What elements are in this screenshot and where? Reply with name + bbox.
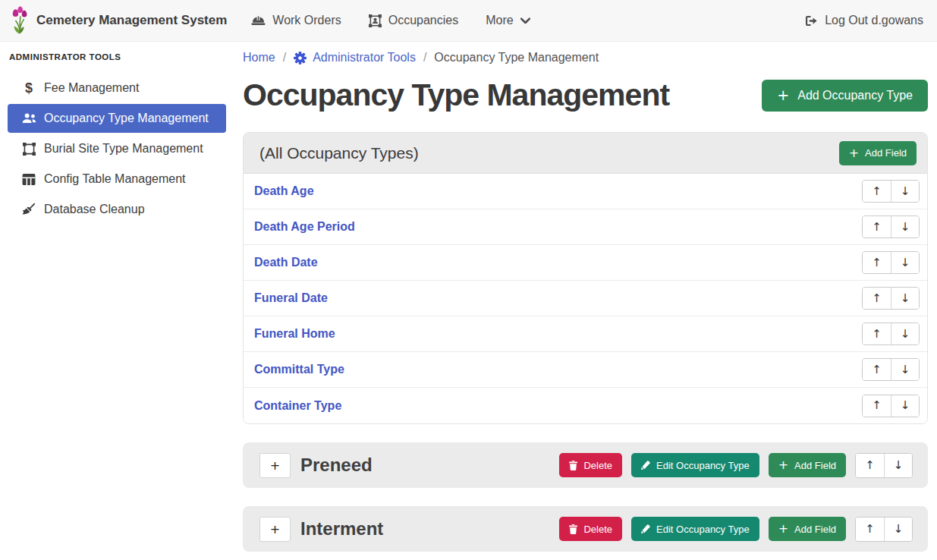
vector-square-icon bbox=[20, 143, 38, 156]
all-occupancy-types-card: (All Occupancy Types) + Add Field Death … bbox=[243, 132, 928, 424]
plus-icon: + bbox=[849, 147, 859, 159]
field-link[interactable]: Committal Type bbox=[254, 363, 344, 376]
arrow-down-icon: ↓ bbox=[901, 256, 910, 269]
arrow-up-icon: ↑ bbox=[872, 256, 882, 269]
top-navbar: Cemetery Management System Work Orders bbox=[0, 0, 937, 42]
move-down-button[interactable]: ↓ bbox=[891, 323, 919, 344]
reorder-button-group: ↑ ↓ bbox=[862, 395, 920, 417]
all-occupancy-types-header: (All Occupancy Types) + Add Field bbox=[244, 133, 927, 174]
sidebar-item-fee-management[interactable]: $ Fee Management bbox=[8, 74, 226, 102]
move-up-button[interactable]: ↑ bbox=[863, 181, 891, 202]
breadcrumb-separator: / bbox=[423, 51, 426, 64]
main-content: Home / Administrator Tools / Occupancy T… bbox=[235, 42, 937, 552]
move-up-button[interactable]: ↑ bbox=[863, 216, 891, 238]
table-icon bbox=[20, 174, 38, 185]
move-down-button[interactable]: ↓ bbox=[884, 518, 912, 541]
arrow-up-icon: ↑ bbox=[872, 220, 882, 234]
edit-occupancy-type-button[interactable]: Edit Occupancy Type bbox=[631, 453, 759, 477]
field-link[interactable]: Funeral Date bbox=[254, 291, 328, 305]
move-up-button[interactable]: ↑ bbox=[863, 359, 891, 380]
move-down-button[interactable]: ↓ bbox=[891, 395, 919, 417]
move-down-button[interactable]: ↓ bbox=[891, 181, 919, 202]
plus-icon: + bbox=[270, 522, 280, 536]
pencil-icon bbox=[641, 461, 650, 470]
sign-out-icon bbox=[805, 15, 818, 27]
add-field-button[interactable]: + Add Field bbox=[769, 453, 846, 477]
expand-button[interactable]: + bbox=[259, 517, 291, 542]
breadcrumb-admin-tools-link[interactable]: Administrator Tools bbox=[294, 51, 416, 64]
field-link[interactable]: Death Age Period bbox=[254, 220, 355, 234]
field-row: Container Type ↑ ↓ bbox=[244, 388, 927, 423]
field-row: Death Age Period ↑ ↓ bbox=[244, 209, 927, 245]
chevron-down-icon bbox=[520, 17, 530, 24]
sidebar-item-occupancy-type-management[interactable]: Occupancy Type Management bbox=[8, 104, 226, 133]
arrow-down-icon: ↓ bbox=[901, 220, 910, 234]
logout-button[interactable]: Log Out d.gowans bbox=[805, 14, 923, 27]
move-up-button[interactable]: ↑ bbox=[863, 288, 891, 309]
reorder-button-group: ↑ ↓ bbox=[862, 358, 920, 381]
field-link[interactable]: Death Age bbox=[254, 184, 314, 198]
section-title: Interment bbox=[300, 518, 383, 540]
arrow-up-icon: ↑ bbox=[865, 522, 875, 536]
field-link[interactable]: Container Type bbox=[254, 399, 341, 413]
move-down-button[interactable]: ↓ bbox=[891, 252, 919, 273]
page-title: Occupancy Type Management bbox=[243, 78, 669, 112]
sidebar: ADMINISTRATOR TOOLS $ Fee Management Occ… bbox=[0, 42, 235, 560]
breadcrumb: Home / Administrator Tools / Occupancy T… bbox=[243, 51, 928, 64]
reorder-button-group: ↑ ↓ bbox=[862, 322, 920, 345]
broom-icon bbox=[20, 203, 38, 216]
move-down-button[interactable]: ↓ bbox=[891, 216, 919, 238]
reorder-button-group: ↑ ↓ bbox=[855, 453, 913, 478]
app-title: Cemetery Management System bbox=[36, 13, 227, 28]
card-title: (All Occupancy Types) bbox=[259, 144, 419, 162]
move-down-button[interactable]: ↓ bbox=[884, 454, 912, 477]
pencil-icon bbox=[641, 524, 650, 533]
plus-icon: + bbox=[270, 458, 280, 473]
move-down-button[interactable]: ↓ bbox=[891, 359, 919, 380]
arrow-up-icon: ↑ bbox=[872, 363, 882, 376]
arrow-down-icon: ↓ bbox=[901, 398, 910, 412]
sidebar-heading: ADMINISTRATOR TOOLS bbox=[0, 48, 235, 74]
arrow-up-icon: ↑ bbox=[872, 184, 882, 198]
sidebar-item-database-cleanup[interactable]: Database Cleanup bbox=[8, 195, 226, 224]
sidebar-item-config-table-management[interactable]: Config Table Management bbox=[8, 165, 226, 193]
move-down-button[interactable]: ↓ bbox=[891, 288, 919, 309]
field-row: Funeral Date ↑ ↓ bbox=[244, 281, 927, 316]
add-occupancy-type-button[interactable]: + Add Occupancy Type bbox=[762, 80, 928, 112]
arrow-up-icon: ↑ bbox=[872, 398, 882, 412]
field-link[interactable]: Funeral Home bbox=[254, 327, 335, 341]
nav-occupancies[interactable]: Occupancies bbox=[369, 14, 459, 27]
move-up-button[interactable]: ↑ bbox=[863, 395, 891, 417]
arrow-down-icon: ↓ bbox=[901, 327, 910, 341]
delete-button[interactable]: Delete bbox=[559, 453, 622, 477]
edit-occupancy-type-button[interactable]: Edit Occupancy Type bbox=[631, 517, 759, 541]
hard-hat-icon bbox=[251, 15, 266, 26]
move-up-button[interactable]: ↑ bbox=[863, 323, 891, 344]
arrow-down-icon: ↓ bbox=[901, 291, 910, 305]
occupancy-type-section-interment: + Interment Delete Edit O bbox=[243, 506, 928, 552]
plus-icon: + bbox=[778, 459, 788, 471]
move-up-button[interactable]: ↑ bbox=[856, 454, 884, 477]
field-row: Death Age ↑ ↓ bbox=[244, 174, 927, 209]
brand[interactable]: Cemetery Management System bbox=[11, 6, 227, 35]
move-up-button[interactable]: ↑ bbox=[863, 252, 891, 273]
arrow-up-icon: ↑ bbox=[872, 327, 882, 341]
arrow-down-icon: ↓ bbox=[901, 363, 910, 376]
field-link[interactable]: Death Date bbox=[254, 256, 318, 269]
breadcrumb-home-link[interactable]: Home bbox=[243, 51, 275, 64]
tulip-logo-icon bbox=[11, 6, 29, 35]
expand-button[interactable]: + bbox=[259, 453, 291, 478]
nav-work-orders[interactable]: Work Orders bbox=[251, 14, 341, 27]
add-field-button[interactable]: + Add Field bbox=[769, 517, 846, 541]
delete-button[interactable]: Delete bbox=[559, 517, 622, 541]
nav-more[interactable]: More bbox=[486, 14, 530, 27]
breadcrumb-separator: / bbox=[283, 51, 286, 64]
section-actions: Delete Edit Occupancy Type + Add Field ↑… bbox=[559, 517, 913, 542]
occupancy-type-section-preneed: + Preneed Delete Edit Occ bbox=[243, 442, 928, 488]
section-actions: Delete Edit Occupancy Type + Add Field ↑… bbox=[559, 453, 913, 478]
add-field-button[interactable]: + Add Field bbox=[839, 141, 917, 165]
reorder-button-group: ↑ ↓ bbox=[862, 216, 920, 238]
sidebar-item-burial-site-type-management[interactable]: Burial Site Type Management bbox=[8, 134, 226, 163]
move-up-button[interactable]: ↑ bbox=[856, 518, 884, 541]
dollar-icon: $ bbox=[20, 80, 38, 96]
